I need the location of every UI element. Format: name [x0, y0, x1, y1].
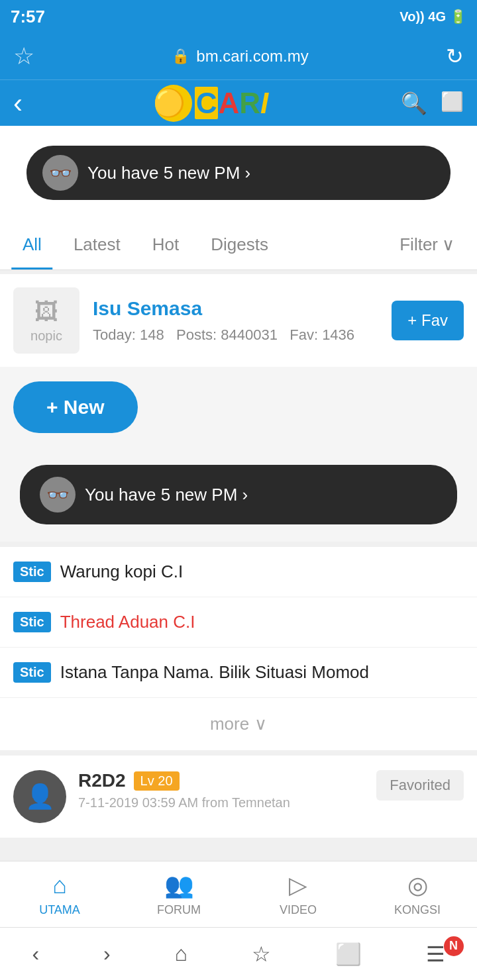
logo-c: C	[195, 87, 219, 119]
url-text[interactable]: bm.cari.com.my	[196, 47, 308, 66]
tab-filter[interactable]: Filter ∨	[384, 220, 470, 270]
nav-home[interactable]: ⌂ UTAMA	[0, 871, 119, 917]
back-button[interactable]: ‹	[13, 87, 23, 119]
browser-tabs-button[interactable]: ⬜	[322, 935, 375, 973]
sticky-title-1: Warung kopi C.I	[60, 562, 183, 582]
browser-forward-button[interactable]: ›	[90, 935, 124, 973]
video-icon: ▷	[289, 871, 307, 899]
favorited-button[interactable]: Favorited	[376, 770, 464, 801]
new-thread-area: + New	[0, 367, 477, 448]
fav-button[interactable]: + Fav	[392, 301, 464, 340]
nav-forum[interactable]: 👥 FORUM	[119, 871, 238, 917]
home-label: UTAMA	[39, 903, 80, 917]
forum-section: 🖼 nopic Isu Semasa Today: 148 Posts: 844…	[0, 274, 477, 367]
more-chevron-icon: ∨	[254, 714, 267, 734]
network-indicator: Vo)) 4G	[399, 9, 446, 24]
home-icon: ⌂	[52, 871, 67, 899]
forum-icon: 👥	[164, 871, 194, 899]
forum-info: Isu Semasa Today: 148 Posts: 8440031 Fav…	[93, 297, 378, 344]
browser-notification-area[interactable]: ☰ N	[413, 942, 458, 967]
battery-icon: 🔋	[450, 9, 466, 24]
forum-no-image: 🖼 nopic	[13, 287, 80, 354]
filter-chevron-icon: ∨	[442, 234, 454, 255]
user-level-badge: Lv 20	[134, 771, 180, 791]
new-tab-icon[interactable]: ⬜	[441, 91, 464, 116]
sticky-badge-2: Stic	[13, 612, 51, 632]
tab-hot[interactable]: Hot	[136, 220, 195, 270]
logo-i: I	[260, 87, 268, 119]
nav-share[interactable]: ◎ KONGSI	[358, 871, 477, 917]
forum-label: FORUM	[157, 903, 201, 917]
url-bar: ☆ 🔒 bm.cari.com.my ↻	[0, 33, 477, 79]
post-avatar: 👤	[13, 770, 66, 823]
search-icon[interactable]: 🔍	[401, 91, 427, 116]
post-username: R2D2	[78, 770, 126, 791]
nav-video[interactable]: ▷ VIDEO	[238, 871, 358, 917]
bookmark-star-icon[interactable]: ☆	[13, 42, 34, 70]
sticky-thread-2[interactable]: Stic Thread Aduan C.I	[0, 597, 477, 648]
tab-latest[interactable]: Latest	[58, 220, 136, 270]
site-logo: 🟡 CARI	[155, 85, 269, 122]
sticky-badge-3: Stic	[13, 662, 51, 683]
browser-bottom-nav: ‹ › ⌂ ☆ ⬜ ☰ N	[0, 927, 477, 980]
sticky-thread-1[interactable]: Stic Warung kopi C.I	[0, 547, 477, 597]
more-button[interactable]: more ∨	[0, 698, 477, 750]
tab-bar: All Latest Hot Digests Filter ∨	[0, 220, 477, 270]
forum-title[interactable]: Isu Semasa	[93, 297, 378, 320]
notification-badge: N	[444, 936, 464, 956]
pm-text-bottom: You have 5 new PM ›	[85, 485, 437, 505]
logo-r: R	[239, 87, 260, 119]
pm-banner-top[interactable]: 👓 You have 5 new PM ›	[26, 146, 450, 200]
tab-all[interactable]: All	[7, 220, 58, 270]
pm-avatar-top: 👓	[42, 155, 78, 191]
lock-icon: 🔒	[172, 48, 189, 65]
bottom-nav: ⌂ UTAMA 👥 FORUM ▷ VIDEO ◎ KONGSI	[0, 861, 477, 927]
sticky-title-3: Istana Tanpa Nama. Bilik Situasi Momod	[60, 662, 369, 683]
sticky-title-2: Thread Aduan C.I	[60, 612, 195, 632]
sticky-threads: Stic Warung kopi C.I Stic Thread Aduan C…	[0, 547, 477, 750]
pm-avatar-bottom: 👓	[40, 477, 76, 513]
browser-nav-bar: ‹ 🟡 CARI 🔍 ⬜	[0, 79, 477, 126]
sticky-thread-3[interactable]: Stic Istana Tanpa Nama. Bilik Situasi Mo…	[0, 648, 477, 698]
browser-back-button[interactable]: ‹	[19, 935, 52, 973]
pm-banner-bottom[interactable]: 👓 You have 5 new PM ›	[20, 465, 457, 524]
sticky-badge-1: Stic	[13, 562, 51, 582]
browser-home-button[interactable]: ⌂	[162, 935, 201, 973]
tab-digests[interactable]: Digests	[195, 220, 284, 270]
share-label: KONGSI	[394, 903, 441, 917]
share-icon: ◎	[407, 871, 428, 899]
logo-a: A	[218, 87, 239, 119]
video-label: VIDEO	[280, 903, 317, 917]
browser-bookmark-button[interactable]: ☆	[238, 935, 284, 973]
status-time: 7:57	[11, 7, 45, 27]
forum-stats: Today: 148 Posts: 8440031 Fav: 1436	[93, 326, 378, 344]
status-bar: 7:57 Vo)) 4G 🔋	[0, 0, 477, 33]
new-thread-button[interactable]: + New	[13, 381, 138, 433]
refresh-icon[interactable]: ↻	[446, 44, 464, 69]
pm-text-top: You have 5 new PM ›	[87, 163, 435, 183]
post-preview: 👤 R2D2 Lv 20 7-11-2019 03:59 AM from Tem…	[0, 756, 477, 838]
